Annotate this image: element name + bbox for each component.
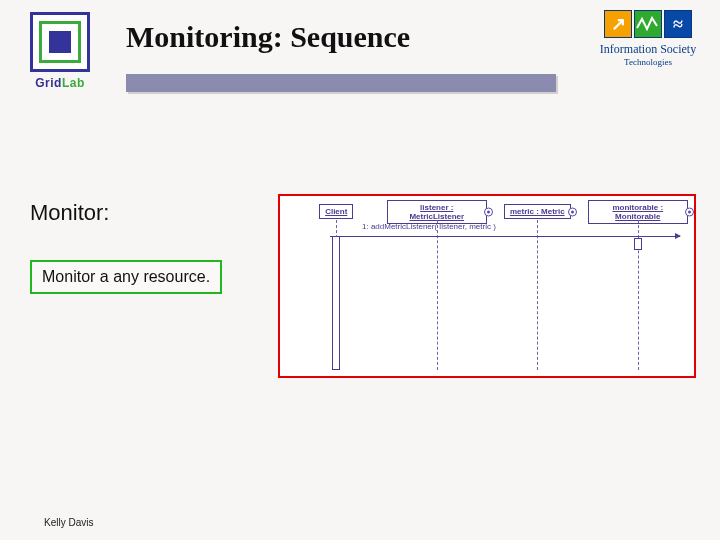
ist-logo-icon: ↗ ≈ <box>592 10 704 38</box>
section-label: Monitor: <box>30 200 109 226</box>
ist-logo-text-2: Technologies <box>592 57 704 67</box>
wave-icon <box>634 10 662 38</box>
message-label: 1: addMetricListener( listener, metric ) <box>362 222 496 231</box>
title-underline-bar <box>126 74 556 92</box>
slide-header: GridLab Monitoring: Sequence ↗ ≈ Informa… <box>0 0 720 110</box>
approx-icon: ≈ <box>664 10 692 38</box>
arrow-head-icon <box>675 233 681 239</box>
lifeline-metric: metric : Metric <box>487 200 588 372</box>
lifeline-monitorable: monitorable : Monitorable <box>588 200 689 372</box>
caption-box: Monitor a any resource. <box>30 260 222 294</box>
ist-logo: ↗ ≈ Information Society Technologies <box>592 10 704 67</box>
message-arrow <box>330 236 680 237</box>
gridlab-logo: GridLab <box>20 12 100 90</box>
slide-title: Monitoring: Sequence <box>126 20 410 54</box>
anchor-icon <box>568 207 577 216</box>
gridlab-logo-text: GridLab <box>20 76 100 90</box>
activation-bar <box>332 236 340 370</box>
footer-author: Kelly Davis <box>44 517 93 528</box>
lifeline-box: metric : Metric <box>504 204 571 219</box>
anchor-icon <box>685 208 694 217</box>
sequence-diagram: Client listener : MetricListener metric … <box>278 194 696 378</box>
gridlab-logo-icon <box>30 12 90 72</box>
lifeline-box: Client <box>319 204 353 219</box>
arrow-up-icon: ↗ <box>604 10 632 38</box>
activation-bar <box>634 238 642 250</box>
ist-logo-text-1: Information Society <box>592 42 704 57</box>
